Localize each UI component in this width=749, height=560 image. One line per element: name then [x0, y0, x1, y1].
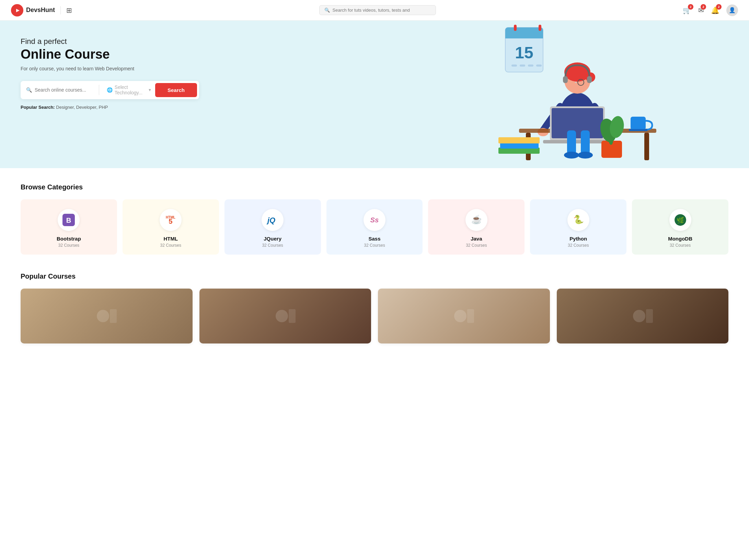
category-count: 32 Courses	[466, 243, 487, 248]
category-card-java[interactable]: ☕ Java 32 Courses	[428, 199, 525, 255]
svg-rect-26	[631, 117, 646, 130]
svg-text:B: B	[66, 217, 71, 224]
popular-courses-section: Popular Courses	[0, 270, 749, 359]
hero-description: For only course, you need to learn Web D…	[21, 66, 199, 71]
category-count: 32 Courses	[58, 243, 79, 248]
category-count: 32 Courses	[670, 243, 691, 248]
svg-rect-30	[498, 137, 540, 143]
category-card-html[interactable]: HTML5 HTML 32 Courses	[123, 199, 219, 255]
svg-text:Ss: Ss	[370, 216, 379, 224]
hero-section: Find a perfect Online Course For only co…	[0, 21, 749, 168]
svg-rect-6	[511, 65, 517, 67]
category-count: 32 Courses	[364, 243, 385, 248]
logo[interactable]: DevsHunt	[11, 4, 55, 16]
svg-point-53	[454, 310, 466, 322]
svg-rect-22	[644, 133, 649, 160]
svg-rect-24	[552, 108, 603, 138]
popular-search: Popular Search: Designer, Developer, PHP	[21, 105, 199, 110]
category-count: 32 Courses	[262, 243, 283, 248]
hero-search-input[interactable]	[35, 87, 95, 93]
bell-icon-wrap[interactable]: 🔔 2	[711, 6, 719, 14]
tech-select-icon: 🌐	[107, 87, 113, 93]
category-count: 32 Courses	[568, 243, 589, 248]
svg-rect-56	[646, 309, 653, 323]
svg-rect-27	[629, 129, 647, 131]
svg-text:☕: ☕	[471, 214, 482, 225]
svg-point-49	[97, 310, 109, 322]
hero-search-button[interactable]: Search	[155, 83, 197, 97]
category-card-sass[interactable]: Ss Sass 32 Courses	[326, 199, 423, 255]
category-icon-wrap: jQ	[262, 209, 284, 231]
popular-search-items: Designer, Developer, PHP	[56, 105, 108, 110]
course-card-1[interactable]	[199, 289, 371, 343]
hero-search-box: 🔍 🌐 Select Technology... ▼ Search	[21, 81, 199, 99]
category-name: MongoDB	[668, 236, 692, 242]
category-icon-wrap: HTML5	[160, 209, 182, 231]
svg-rect-7	[520, 65, 525, 67]
course-thumbnail	[21, 289, 193, 343]
tech-select-arrow: ▼	[148, 88, 152, 92]
hero-content: Find a perfect Online Course For only co…	[21, 37, 199, 110]
svg-rect-54	[467, 309, 474, 323]
svg-text:5: 5	[169, 218, 173, 225]
user-avatar[interactable]: 👤	[726, 4, 738, 16]
hero-svg: 15	[423, 24, 663, 168]
svg-text:🌿: 🌿	[677, 217, 684, 224]
cart-badge: 2	[688, 4, 693, 10]
category-icon-wrap: 🐍	[567, 209, 589, 231]
category-count: 32 Courses	[160, 243, 181, 248]
course-thumbnail	[378, 289, 550, 343]
navbar-search-input[interactable]	[333, 8, 431, 13]
category-name: Java	[471, 236, 482, 242]
category-card-mongodb[interactable]: 🌿 MongoDB 32 Courses	[632, 199, 728, 255]
tech-select-label: Select Technology...	[115, 84, 146, 95]
svg-rect-36	[581, 130, 590, 154]
course-thumbnail	[557, 289, 729, 343]
svg-point-15	[575, 82, 576, 83]
logo-text: DevsHunt	[26, 7, 55, 14]
svg-rect-8	[528, 65, 533, 67]
svg-rect-9	[536, 65, 542, 67]
course-card-0[interactable]	[21, 289, 193, 343]
categories-grid: B Bootstrap 32 Courses HTML5 HTML 32 Cou…	[21, 199, 728, 255]
svg-rect-4	[539, 25, 541, 31]
svg-rect-35	[567, 130, 576, 154]
technology-select[interactable]: 🌐 Select Technology... ▼	[103, 84, 155, 95]
bell-badge: 2	[716, 4, 722, 10]
mail-icon-wrap[interactable]: ✉ 2	[698, 6, 704, 14]
mail-badge: 2	[701, 4, 706, 10]
navbar-search-bar: 🔍	[319, 5, 436, 15]
svg-rect-16	[563, 76, 568, 83]
svg-rect-52	[289, 309, 296, 323]
svg-rect-50	[110, 309, 117, 323]
svg-point-37	[564, 152, 579, 159]
nav-divider	[60, 6, 61, 14]
popular-search-label: Popular Search:	[21, 105, 55, 110]
hero-title: Online Course	[21, 47, 199, 62]
search-divider	[99, 85, 99, 95]
course-card-3[interactable]	[557, 289, 729, 343]
svg-text:jQ: jQ	[266, 216, 275, 224]
navbar-left: DevsHunt ⊞	[11, 4, 72, 16]
navbar-search-icon: 🔍	[324, 8, 330, 13]
cart-icon-wrap[interactable]: 🛒 2	[683, 6, 691, 14]
svg-point-34	[609, 137, 613, 145]
hero-illustration: 15	[337, 21, 749, 168]
svg-text:15: 15	[515, 44, 533, 62]
category-icon-wrap: B	[58, 209, 80, 231]
course-thumbnail	[199, 289, 371, 343]
category-card-bootstrap[interactable]: B Bootstrap 32 Courses	[21, 199, 117, 255]
category-card-jquery[interactable]: jQ JQuery 32 Courses	[224, 199, 321, 255]
svg-text:🐍: 🐍	[573, 214, 584, 225]
grid-icon[interactable]: ⊞	[66, 6, 72, 14]
svg-rect-2	[505, 34, 543, 38]
navbar: DevsHunt ⊞ 🔍 🛒 2 ✉ 2 🔔 2 👤	[0, 0, 749, 21]
courses-grid	[21, 289, 728, 343]
category-name: JQuery	[264, 236, 281, 242]
logo-icon	[11, 4, 23, 16]
category-icon-wrap: ☕	[465, 209, 487, 231]
category-card-python[interactable]: 🐍 Python 32 Courses	[530, 199, 626, 255]
course-card-2[interactable]	[378, 289, 550, 343]
category-name: HTML	[163, 236, 178, 242]
category-name: Python	[569, 236, 587, 242]
